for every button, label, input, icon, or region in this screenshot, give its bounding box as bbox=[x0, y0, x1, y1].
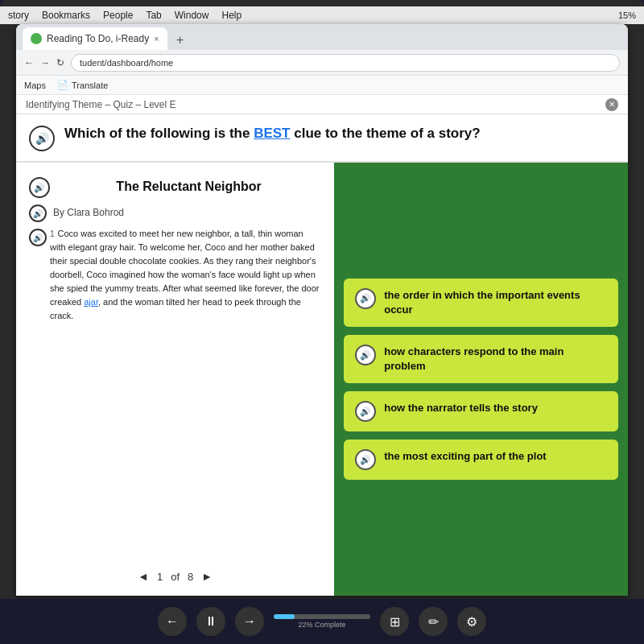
bookmark-maps[interactable]: Maps bbox=[24, 80, 46, 90]
author-speaker-icon: 🔊 bbox=[33, 209, 43, 218]
answers-panel: 🔊 the order in which the important event… bbox=[334, 163, 628, 596]
passage-title: The Reluctant Neighbor bbox=[56, 180, 321, 194]
question-speaker-button[interactable]: 🔊 bbox=[29, 126, 55, 151]
passage-page-of: of bbox=[171, 571, 180, 583]
author-speaker-button[interactable]: 🔊 bbox=[29, 204, 47, 222]
passage-speaker-button[interactable]: 🔊 bbox=[29, 177, 50, 198]
taskbar: ← ⏸ → 22% Complete ⊞ ✏ ⚙ bbox=[0, 599, 644, 644]
answer-c-speaker-icon: 🔊 bbox=[360, 407, 371, 417]
tab-label: Reading To Do, i-Ready bbox=[47, 33, 149, 44]
author-row: 🔊 By Clara Bohrod bbox=[29, 203, 321, 222]
address-input[interactable] bbox=[71, 54, 620, 72]
answer-choice-d[interactable]: 🔊 the most exciting part of the plot bbox=[344, 440, 618, 480]
answer-d-speaker-icon: 🔊 bbox=[360, 455, 371, 465]
answer-c-text: how the narrator tells the story bbox=[384, 401, 538, 415]
forward-button[interactable]: → bbox=[40, 57, 50, 68]
link-word-ajar[interactable]: ajar bbox=[84, 297, 98, 307]
speaker-icon: 🔊 bbox=[35, 132, 49, 145]
taskbar-pause-button[interactable]: ⏸ bbox=[196, 607, 225, 636]
translate-icon: 📄 bbox=[57, 80, 68, 90]
taskbar-forward-button[interactable]: → bbox=[235, 607, 264, 636]
refresh-button[interactable]: ↻ bbox=[56, 57, 64, 68]
passage-page-total: 8 bbox=[188, 571, 193, 583]
quiz-close-button[interactable]: ✕ bbox=[605, 98, 618, 111]
paragraph-row: 🔊 1Coco was excited to meet her new neig… bbox=[29, 227, 321, 323]
answer-b-speaker[interactable]: 🔊 bbox=[355, 345, 376, 365]
answer-a-text: the order in which the important events … bbox=[384, 288, 607, 317]
tab-favicon bbox=[31, 33, 42, 44]
passage-author: By Clara Bohrod bbox=[53, 207, 124, 218]
tab-bar: Reading To Do, i-Ready × + bbox=[16, 24, 628, 50]
answer-choice-c[interactable]: 🔊 how the narrator tells the story bbox=[344, 391, 618, 431]
paragraph-speaker-button[interactable]: 🔊 bbox=[29, 229, 47, 246]
answer-d-speaker[interactable]: 🔊 bbox=[355, 449, 376, 470]
bookmark-translate[interactable]: 📄 Translate bbox=[57, 80, 108, 90]
chrome-window: Reading To Do, i-Ready × + ← → ↻ Maps 📄 … bbox=[16, 24, 628, 596]
battery-status: 15% bbox=[618, 10, 636, 20]
bookmark-maps-label: Maps bbox=[24, 80, 46, 90]
back-button[interactable]: ← bbox=[24, 57, 34, 68]
answer-d-text: the most exciting part of the plot bbox=[384, 449, 547, 464]
taskbar-settings-button[interactable]: ⚙ bbox=[457, 607, 486, 636]
menu-people[interactable]: People bbox=[103, 10, 133, 21]
menu-help[interactable]: Help bbox=[221, 10, 242, 21]
new-tab-button[interactable]: + bbox=[171, 31, 190, 50]
progress-bar-fill bbox=[274, 614, 295, 619]
answer-choice-a[interactable]: 🔊 the order in which the important event… bbox=[344, 279, 618, 327]
taskbar-grid-button[interactable]: ⊞ bbox=[380, 607, 409, 636]
passage-speaker-icon: 🔊 bbox=[34, 183, 45, 193]
menu-story[interactable]: story bbox=[8, 10, 29, 21]
menu-bar-right: 15% bbox=[618, 10, 636, 20]
tab-close-button[interactable]: × bbox=[154, 34, 159, 43]
passage-page-current: 1 bbox=[157, 571, 163, 583]
paragraph-speaker-icon: 🔊 bbox=[33, 233, 43, 242]
menu-window[interactable]: Window bbox=[175, 10, 209, 21]
answer-c-speaker[interactable]: 🔊 bbox=[355, 401, 376, 422]
paragraph-number: 1 bbox=[50, 229, 55, 238]
passage-panel: 🔊 The Reluctant Neighbor 🔊 By Clara Bohr… bbox=[16, 163, 334, 596]
answer-b-speaker-icon: 🔊 bbox=[360, 350, 371, 361]
quiz-header: Identifying Theme – Quiz – Level E ✕ bbox=[16, 95, 628, 114]
quiz-title: Identifying Theme – Quiz – Level E bbox=[26, 99, 176, 110]
menu-tab[interactable]: Tab bbox=[146, 10, 161, 21]
answer-b-text: how characters respond to the main probl… bbox=[384, 345, 607, 374]
menu-bar: story Bookmarks People Tab Window Help 1… bbox=[0, 6, 644, 24]
progress-area: 22% Complete bbox=[274, 614, 370, 629]
taskbar-pencil-button[interactable]: ✏ bbox=[419, 607, 448, 636]
progress-label: 22% Complete bbox=[298, 621, 345, 629]
passage-body: 1Coco was excited to meet her new neighb… bbox=[50, 227, 321, 323]
address-bar: ← → ↻ bbox=[16, 50, 628, 76]
answer-choice-b[interactable]: 🔊 how characters respond to the main pro… bbox=[344, 335, 618, 383]
question-area: 🔊 Which of the following is the BEST clu… bbox=[16, 114, 628, 163]
passage-prev-button[interactable]: ◄ bbox=[138, 570, 149, 583]
question-emphasis: BEST bbox=[254, 126, 290, 141]
page-content: Identifying Theme – Quiz – Level E ✕ 🔊 W… bbox=[16, 95, 628, 596]
taskbar-back-button[interactable]: ← bbox=[158, 607, 187, 636]
menu-bookmarks[interactable]: Bookmarks bbox=[42, 10, 90, 21]
progress-bar-background bbox=[274, 614, 370, 619]
bookmark-translate-label: Translate bbox=[72, 80, 108, 90]
active-tab[interactable]: Reading To Do, i-Ready × bbox=[23, 27, 167, 50]
passage-next-button[interactable]: ► bbox=[201, 570, 213, 583]
passage-navigation: ◄ 1 of 8 ► bbox=[29, 560, 321, 583]
passage-title-row: 🔊 The Reluctant Neighbor bbox=[29, 175, 321, 198]
quiz-body: 🔊 The Reluctant Neighbor 🔊 By Clara Bohr… bbox=[16, 163, 628, 596]
bookmarks-bar: Maps 📄 Translate bbox=[16, 76, 628, 95]
answer-a-speaker[interactable]: 🔊 bbox=[355, 288, 376, 309]
answer-a-speaker-icon: 🔊 bbox=[360, 293, 371, 303]
question-text: Which of the following is the BEST clue … bbox=[64, 124, 481, 143]
